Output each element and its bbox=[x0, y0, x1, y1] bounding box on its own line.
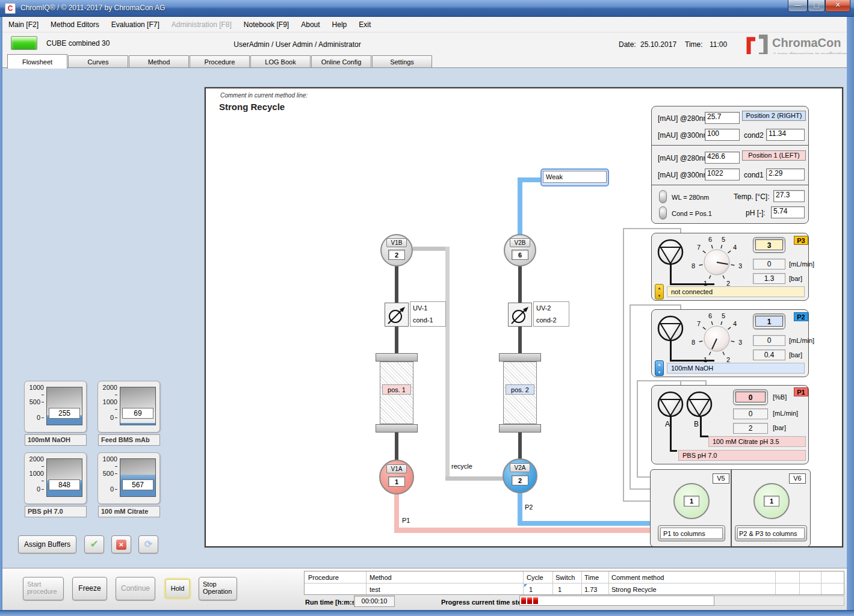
pump-p3-setpoint-value[interactable]: 3 bbox=[755, 239, 783, 250]
svg-text:8: 8 bbox=[692, 339, 695, 346]
gauge-label: 100mM NaOH bbox=[25, 434, 87, 446]
window-border-bottom bbox=[0, 610, 854, 616]
gauge-naoh: 1000 500 0 255 100mM NaOH bbox=[24, 381, 87, 433]
col-switch: Switch bbox=[555, 574, 575, 581]
selector-dial[interactable]: 12 34 56 78 bbox=[682, 310, 749, 365]
pump-p2-setpoint[interactable]: 1 bbox=[753, 313, 785, 329]
valve-v6[interactable]: 1 bbox=[753, 483, 790, 519]
valve-v2a-button[interactable]: V2A bbox=[510, 463, 530, 472]
menu-main[interactable]: Main [F2] bbox=[2, 17, 45, 32]
gauge-axis-mid: 1000 bbox=[26, 470, 44, 484]
pressure-unit-label: [bar] bbox=[789, 351, 802, 359]
pump-p1-buffer-a-strip[interactable]: PBS pH 7.0 bbox=[678, 450, 806, 461]
close-button[interactable]: ✕ bbox=[825, 0, 850, 12]
pump-p1-gradient-value[interactable]: 0 bbox=[735, 392, 766, 402]
valve-v1a[interactable]: V1A 1 bbox=[379, 460, 414, 494]
valve-v1a-button[interactable]: V1A bbox=[386, 464, 407, 473]
menu-administration: Administration [F8] bbox=[166, 17, 238, 32]
tab-procedure[interactable]: Procedure bbox=[190, 55, 250, 68]
valve-v5[interactable]: 1 bbox=[673, 483, 710, 519]
cond2-label: cond2 bbox=[744, 131, 764, 140]
tab-curves[interactable]: Curves bbox=[68, 55, 128, 68]
position2-badge: Position 2 (RIGHT) bbox=[742, 111, 806, 121]
cell-comment[interactable]: Strong Recycle bbox=[611, 586, 657, 593]
start-procedure-button: Start procedure bbox=[23, 577, 64, 600]
weak-outlet-value[interactable]: Weak bbox=[543, 171, 607, 183]
progress-segment bbox=[521, 597, 526, 604]
time-label: Time: bbox=[685, 40, 703, 49]
cond-select-toggle[interactable] bbox=[659, 206, 667, 220]
progress-tray bbox=[714, 596, 844, 606]
pump-p1-buffer-b-strip[interactable]: 100 mM Citrate pH 3.5 bbox=[708, 436, 806, 447]
tab-flowsheet[interactable]: Flowsheet bbox=[7, 54, 67, 69]
pump-p2-setpoint-value[interactable]: 1 bbox=[755, 316, 783, 327]
pump-p2-buffer-strip[interactable]: 100mM NaOH bbox=[667, 363, 805, 374]
cond1-label: cond-1 bbox=[413, 314, 445, 326]
hold-button[interactable]: Hold bbox=[165, 579, 190, 599]
menu-evaluation[interactable]: Evaluation [F7] bbox=[105, 17, 166, 32]
wavelength-toggle[interactable] bbox=[659, 190, 667, 203]
column2-bottom-cap bbox=[499, 424, 541, 433]
column1-position-label: pos. 1 bbox=[382, 384, 411, 395]
abs280-value-pos2: 25.7 bbox=[705, 112, 740, 124]
valve-v6-badge: V6 bbox=[789, 473, 806, 484]
pipe-p1-horizontal bbox=[394, 528, 651, 533]
minimize-button[interactable]: — bbox=[788, 0, 808, 12]
menu-exit[interactable]: Exit bbox=[353, 17, 377, 32]
pump-p3-setpoint[interactable]: 3 bbox=[753, 237, 785, 253]
selector-dial[interactable]: 12 34 56 78 bbox=[682, 233, 749, 289]
menu-method-editors[interactable]: Method Editors bbox=[45, 17, 105, 32]
pump-p3-spinner[interactable]: ▲▼ bbox=[655, 284, 664, 300]
abs300-value-pos2: 100 bbox=[705, 129, 740, 141]
cancel-button[interactable]: ✕ bbox=[111, 535, 131, 553]
assign-buffers-button[interactable]: Assign Buffers bbox=[18, 535, 76, 553]
cell-switch[interactable]: 1 bbox=[558, 586, 562, 593]
gauge-pbs: 2000 1000 0 848 PBS pH 7.0 bbox=[24, 452, 87, 504]
maximize-button[interactable]: ▢ bbox=[808, 0, 825, 12]
pipe-recycle-bottom bbox=[445, 476, 504, 481]
pump-p2-spinner[interactable]: ▲▼ bbox=[655, 360, 664, 376]
svg-text:7: 7 bbox=[697, 244, 701, 251]
tab-settings[interactable]: Settings bbox=[372, 55, 432, 68]
abs280-value-pos1: 426.6 bbox=[705, 152, 740, 164]
menu-about[interactable]: About bbox=[295, 17, 326, 32]
temp-value: 27.3 bbox=[773, 190, 805, 202]
confirm-button[interactable]: ✔ bbox=[84, 535, 104, 553]
pipe-p3-bracket-end bbox=[623, 500, 651, 502]
valve-v5-route-button[interactable]: P1 to columns bbox=[658, 525, 725, 541]
tab-method[interactable]: Method bbox=[129, 55, 189, 68]
menu-help[interactable]: Help bbox=[326, 17, 353, 32]
pipe-col2-a bbox=[518, 265, 522, 303]
valve-v6-route-button[interactable]: P2 & P3 to columns bbox=[735, 525, 807, 541]
valve-v2b[interactable]: V2B 6 bbox=[504, 234, 536, 266]
pump-p1-pressure: 2 bbox=[733, 423, 768, 434]
gauge-axis-zero: 0 bbox=[99, 485, 117, 493]
gauge-value: 69 bbox=[122, 408, 153, 419]
pump-p3-buffer-strip[interactable]: not connected bbox=[667, 286, 805, 297]
pipe-weak-vertical bbox=[518, 177, 522, 238]
cell-cycle[interactable]: 1 bbox=[529, 586, 533, 593]
abs300-label-pos1: [mAU] @300nm bbox=[658, 171, 710, 179]
tab-online-config[interactable]: Online Config bbox=[311, 55, 371, 68]
valve-v1b-button[interactable]: V1B bbox=[386, 238, 407, 247]
pipe-recycle-top bbox=[413, 247, 449, 251]
valve-v2b-button[interactable]: V2B bbox=[510, 238, 530, 247]
stop-operation-button[interactable]: Stop Operation bbox=[199, 577, 237, 600]
pump-p1-gradient[interactable]: 0 bbox=[733, 389, 768, 405]
valve-v2a[interactable]: V2A 2 bbox=[503, 458, 537, 493]
menu-notebook[interactable]: Notebook [F9] bbox=[238, 17, 295, 32]
col-cycle: Cycle bbox=[527, 574, 543, 581]
cell-method[interactable]: test bbox=[370, 586, 380, 593]
toolbar: CUBE combined 30 UserAdmin / User Admin … bbox=[2, 32, 847, 54]
cell-time[interactable]: 1.73 bbox=[584, 586, 597, 593]
freeze-button[interactable]: Freeze bbox=[72, 577, 107, 600]
gauge-label: 100 mM Citrate bbox=[98, 506, 160, 517]
tab-log-book[interactable]: LOG Book bbox=[250, 55, 311, 68]
gauge-axis-max: 1000 bbox=[26, 384, 44, 398]
pump-p3-panel: 12 34 56 78 3 P3 0 [mL/min] 1.3 [bar] ▲▼… bbox=[651, 233, 809, 301]
weak-outlet-field[interactable]: Weak bbox=[540, 168, 609, 186]
valve-v1b[interactable]: V1B 2 bbox=[380, 234, 413, 266]
refresh-icon: ⟳ bbox=[144, 539, 152, 549]
gauge-plot bbox=[120, 387, 156, 425]
refresh-button: ⟳ bbox=[138, 535, 158, 553]
